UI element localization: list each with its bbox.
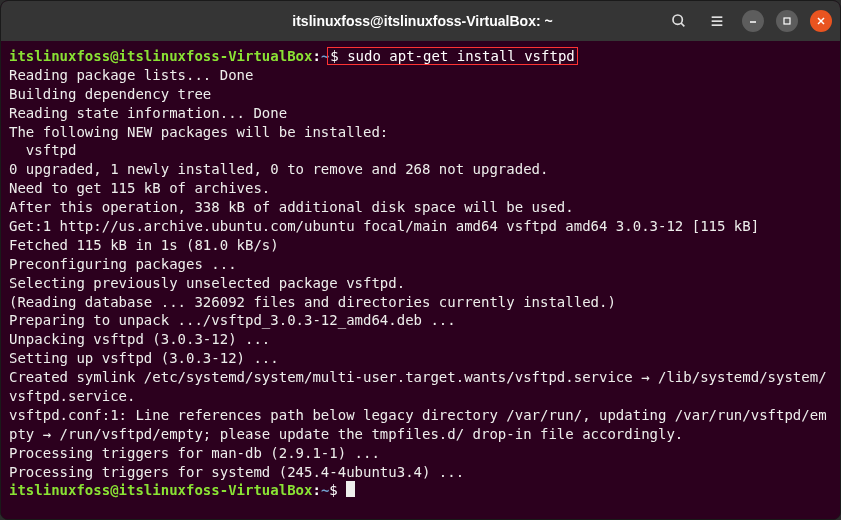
output-line: Preconfiguring packages ... [9, 255, 832, 274]
titlebar[interactable]: itslinuxfoss@itslinuxfoss-VirtualBox: ~ [1, 1, 840, 41]
cursor [346, 481, 355, 497]
output-line: Reading state information... Done [9, 104, 832, 123]
window-title: itslinuxfoss@itslinuxfoss-VirtualBox: ~ [179, 13, 666, 29]
svg-rect-4 [712, 24, 723, 26]
svg-rect-2 [712, 16, 723, 18]
output-line: (Reading database ... 326092 files and d… [9, 293, 832, 312]
output-line: vsftpd [9, 141, 832, 160]
terminal-window: itslinuxfoss@itslinuxfoss-VirtualBox: ~ [0, 0, 841, 520]
output-line: vsftpd.conf:1: Line references path belo… [9, 406, 832, 444]
svg-rect-6 [784, 18, 790, 24]
output-line: Processing triggers for systemd (245.4-4… [9, 463, 832, 482]
output-line: Need to get 115 kB of archives. [9, 179, 832, 198]
output-line: Preparing to unpack .../vsftpd_3.0.3-12_… [9, 311, 832, 330]
output-line: Fetched 115 kB in 1s (81.0 kB/s) [9, 236, 832, 255]
prompt-userhost: itslinuxfoss@itslinuxfoss-VirtualBox [9, 482, 312, 498]
output-line: The following NEW packages will be insta… [9, 123, 832, 142]
output-line: After this operation, 338 kB of addition… [9, 198, 832, 217]
menu-icon[interactable] [704, 8, 730, 34]
prompt-line: itslinuxfoss@itslinuxfoss-VirtualBox:~$ … [9, 47, 832, 66]
svg-point-0 [673, 15, 682, 24]
terminal-body[interactable]: itslinuxfoss@itslinuxfoss-VirtualBox:~$ … [1, 41, 840, 519]
minimize-button[interactable] [742, 10, 764, 32]
output-line: Setting up vsftpd (3.0.3-12) ... [9, 349, 832, 368]
prompt-userhost: itslinuxfoss@itslinuxfoss-VirtualBox [9, 48, 312, 64]
output-line: Created symlink /etc/systemd/system/mult… [9, 368, 832, 406]
output-line: Processing triggers for man-db (2.9.1-1)… [9, 444, 832, 463]
output-line: Reading package lists... Done [9, 66, 832, 85]
svg-line-1 [681, 23, 684, 26]
output-line: Unpacking vsftpd (3.0.3-12) ... [9, 330, 832, 349]
output-line: Get:1 http://us.archive.ubuntu.com/ubunt… [9, 217, 832, 236]
command-highlight: $ sudo apt-get install vsftpd [327, 47, 577, 65]
svg-rect-3 [712, 20, 723, 22]
maximize-button[interactable] [776, 10, 798, 32]
command-text: sudo apt-get install vsftpd [347, 48, 575, 64]
close-button[interactable] [810, 10, 832, 32]
prompt-line: itslinuxfoss@itslinuxfoss-VirtualBox:~$ [9, 481, 832, 500]
search-icon[interactable] [666, 8, 692, 34]
output-line: Selecting previously unselected package … [9, 274, 832, 293]
output-line: Building dependency tree [9, 85, 832, 104]
output-line: 0 upgraded, 1 newly installed, 0 to remo… [9, 160, 832, 179]
